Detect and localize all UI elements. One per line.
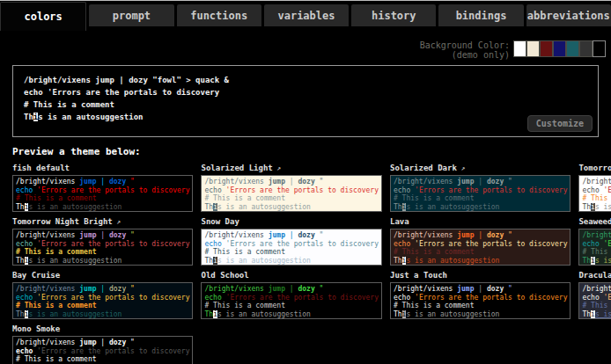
tab-functions[interactable]: functions — [177, 4, 261, 26]
terminal-line: /bright/vixens jump | dozy "fowl" > quac… — [24, 74, 587, 86]
theme-preview[interactable]: /bright/vixens jump | dozy "echo 'Errors… — [12, 282, 193, 319]
token: Th — [204, 203, 213, 211]
external-link-icon[interactable]: ↗ — [457, 164, 466, 172]
token: Th — [24, 113, 33, 121]
token: s is an autosuggestion — [595, 203, 611, 211]
tab-bindings[interactable]: bindings — [438, 4, 523, 26]
token: Th — [394, 203, 402, 211]
token: Just a Touch — [390, 271, 447, 280]
theme-preview[interactable]: /bright/vixens jump | dozy "echo 'Errors… — [578, 229, 611, 266]
theme-preview[interactable]: /bright/vixens jump | dozy "echo 'Errors… — [12, 336, 193, 364]
token: Bay Cruise — [12, 271, 60, 280]
sample-line-error: echo 'Errors are the portals to discover… — [582, 240, 611, 249]
background-color-swatch[interactable] — [526, 40, 540, 57]
token: echo — [16, 240, 37, 248]
external-link-icon[interactable]: ↗ — [113, 218, 121, 226]
token: " — [320, 178, 324, 186]
token: Th — [582, 257, 591, 265]
background-color-label: Background Color: (demo only) — [420, 40, 510, 60]
theme-preview[interactable]: /bright/vixens jump | dozy "echo 'Errors… — [201, 229, 381, 266]
token: | — [97, 285, 109, 293]
customize-button[interactable]: Customize — [527, 115, 593, 132]
sample-line-command: /bright/vixens jump | dozy " — [204, 178, 378, 186]
preview-theme-heading: Preview a theme below: — [12, 146, 599, 157]
token: /bright/vixens — [16, 178, 79, 186]
background-color-swatch[interactable] — [553, 40, 566, 57]
theme-preview[interactable]: /bright/vixens jump | dozy "echo 'Errors… — [390, 175, 571, 212]
theme-title[interactable]: Tomorrow Night Bright ↗ — [12, 217, 193, 226]
sample-line-comment: # This is a comment — [582, 302, 611, 310]
terminal-text: /bright/vixens jump | dozy "fowl" > quac… — [24, 74, 587, 123]
background-color-swatches — [513, 40, 606, 57]
theme-title[interactable]: Old School — [201, 271, 381, 280]
token: jump — [269, 285, 285, 293]
token: jump — [79, 231, 96, 239]
token: | — [285, 285, 298, 293]
sample-line-command: /bright/vixens jump | dozy " — [582, 178, 611, 186]
theme-title[interactable]: Solarized Dark ↗ — [390, 164, 571, 172]
background-color-label-text: Background Color: — [420, 40, 510, 50]
token: /bright/vixens — [394, 285, 457, 293]
theme-card-bay-cruise: Bay Cruise/bright/vixens jump | dozy "ec… — [12, 271, 193, 319]
tab-colors[interactable]: colors — [0, 2, 86, 31]
token: 'Errors are the portals to discovery — [415, 186, 567, 194]
sample-line-error: echo 'Errors are the portals to discover… — [204, 240, 378, 249]
token: " — [320, 231, 324, 239]
token: dozy — [298, 178, 319, 186]
token: s is an autosuggestion — [595, 257, 611, 265]
terminal-autosuggest-line: This is an autosuggestion — [24, 111, 587, 123]
sample-line-comment: # This is a comment — [16, 248, 189, 257]
token: " — [508, 285, 512, 293]
theme-title[interactable]: Dracula — [578, 271, 611, 280]
external-link-icon[interactable]: ↗ — [273, 164, 282, 172]
token: echo — [16, 294, 37, 302]
theme-title[interactable]: Mono Smoke — [12, 324, 193, 333]
tab-history[interactable]: history — [351, 4, 436, 26]
background-color-swatch[interactable] — [579, 40, 593, 57]
token: # This is a comment — [16, 194, 97, 202]
sample-line-command: /bright/vixens jump | dozy " — [394, 285, 567, 294]
theme-title[interactable]: fish default — [12, 164, 193, 172]
theme-preview[interactable]: /bright/vixens jump | dozy "echo 'Errors… — [390, 229, 571, 266]
token: echo — [16, 186, 37, 194]
theme-preview[interactable]: /bright/vixens jump | dozy "echo 'Errors… — [578, 282, 611, 319]
token: " — [130, 339, 135, 346]
sample-line-command: /bright/vixens jump | dozy " — [16, 178, 189, 186]
theme-preview[interactable]: /bright/vixens jump | dozy "echo 'Errors… — [201, 175, 381, 212]
tab-abbreviations[interactable]: abbreviations — [526, 4, 611, 26]
theme-title[interactable]: Just a Touch — [390, 271, 571, 280]
token: s is an autosuggestion — [406, 203, 499, 211]
background-color-swatch[interactable] — [513, 40, 526, 57]
sample-line-autosuggest: This is an autosuggestion — [204, 203, 378, 212]
theme-title[interactable]: Solarized Light ↗ — [201, 164, 381, 172]
background-color-swatch[interactable] — [593, 40, 606, 57]
token: dozy — [109, 285, 130, 293]
token: jump — [79, 178, 96, 186]
tab-prompt[interactable]: prompt — [89, 4, 173, 26]
token: Th — [394, 257, 402, 265]
tab-variables[interactable]: variables — [264, 4, 349, 26]
token: Th — [16, 310, 25, 318]
token: | — [474, 285, 486, 293]
theme-preview[interactable]: /bright/vixens jump | dozy "echo 'Errors… — [578, 175, 611, 212]
token: s is an autosuggestion — [595, 310, 611, 318]
theme-preview[interactable]: /bright/vixens jump | dozy "echo 'Errors… — [390, 282, 571, 319]
theme-preview[interactable]: /bright/vixens jump | dozy "echo 'Errors… — [12, 175, 193, 212]
theme-title[interactable]: Snow Day — [201, 217, 381, 226]
token: echo — [204, 294, 225, 302]
theme-card-seaweed: Seaweed/bright/vixens jump | dozy "echo … — [578, 217, 611, 266]
sample-line-error: echo 'Errors are the portals to discover… — [394, 186, 567, 195]
theme-title[interactable]: Bay Cruise — [12, 271, 193, 280]
sample-line-error: echo 'Errors are the portals to discover… — [204, 294, 378, 302]
theme-preview[interactable]: /bright/vixens jump | dozy "echo 'Errors… — [12, 229, 193, 266]
theme-title[interactable]: Lava — [390, 217, 571, 226]
token: 'Errors are the portals to discovery — [37, 240, 189, 248]
theme-preview[interactable]: /bright/vixens jump | dozy "echo 'Errors… — [201, 282, 381, 319]
sample-line-comment: # This is a comment — [394, 302, 567, 310]
sample-line-error: echo 'Errors are the portals to discover… — [582, 186, 611, 195]
theme-title[interactable]: Seaweed — [578, 217, 611, 226]
background-color-swatch[interactable] — [540, 40, 553, 57]
theme-title[interactable]: Tomorrow ↗ — [578, 164, 611, 172]
token: " — [320, 285, 324, 293]
background-color-swatch[interactable] — [566, 40, 579, 57]
